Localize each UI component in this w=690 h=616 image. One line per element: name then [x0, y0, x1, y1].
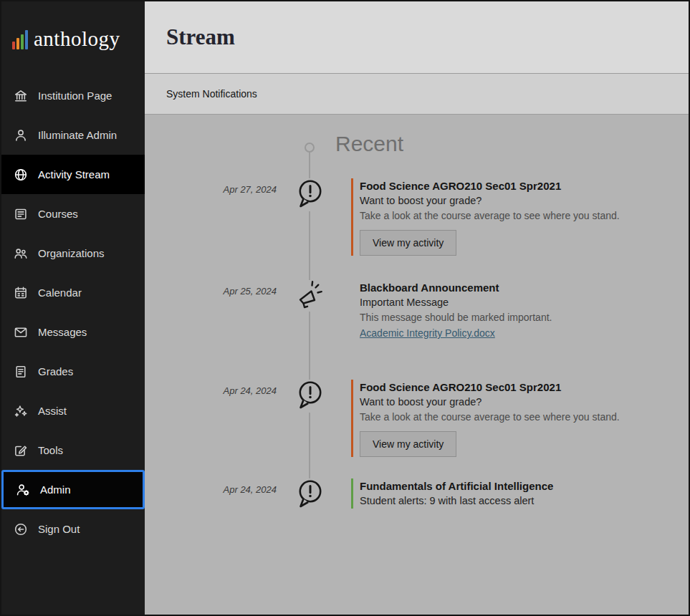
stream-item-title: Food Science AGRO210 Sec01 Spr2021 — [360, 178, 660, 193]
sidebar-item-assist[interactable]: Assist — [1, 391, 145, 430]
stream-item-card: Food Science AGRO210 Sec01 Spr2021 Want … — [351, 178, 660, 256]
sidebar-item-grades[interactable]: Grades — [1, 352, 145, 391]
assist-icon — [14, 404, 28, 418]
stream-item-title: Fundamentals of Artificial Intelligence — [360, 478, 660, 494]
stream-item-text: This message should be marked important. — [360, 310, 660, 325]
sidebar-item-label: Illuminate Admin — [38, 129, 117, 141]
sidebar: anthology Institution Page Illuminate Ad… — [1, 1, 145, 615]
stream-item-title: Blackboard Announcement — [360, 280, 660, 295]
sidebar-item-label: Assist — [38, 405, 67, 417]
sidebar-item-admin[interactable]: Admin — [1, 470, 145, 509]
alert-bubble-icon — [285, 478, 334, 511]
stream-item-date: Apr 24, 2024 — [145, 380, 285, 457]
announcement-icon — [285, 280, 334, 340]
stream-item: Apr 24, 2024 Fundamentals of Artificial … — [145, 478, 689, 511]
tools-icon — [14, 443, 28, 458]
alert-bubble-icon — [285, 380, 334, 457]
organizations-icon — [14, 246, 28, 261]
anthology-logo-text: anthology — [34, 27, 120, 51]
sidebar-item-label: Sign Out — [38, 523, 80, 535]
timeline-start-dot — [305, 143, 315, 153]
institution-icon — [14, 89, 28, 103]
anthology-logo: anthology — [1, 1, 145, 76]
sidebar-item-courses[interactable]: Courses — [1, 194, 145, 234]
sidebar-item-institution-page[interactable]: Institution Page — [1, 76, 145, 115]
app-window: anthology Institution Page Illuminate Ad… — [0, 0, 690, 616]
anthology-logo-icon — [12, 28, 28, 49]
stream-item-title: Food Science AGRO210 Sec01 Spr2021 — [360, 380, 660, 395]
grades-icon — [14, 365, 28, 379]
sidebar-item-illuminate-admin[interactable]: Illuminate Admin — [1, 115, 145, 155]
stream-item-text: Want to boost your grade? — [360, 193, 660, 208]
person-icon — [14, 128, 28, 143]
stream-item-date: Apr 25, 2024 — [145, 280, 285, 340]
sidebar-item-label: Courses — [38, 208, 78, 220]
globe-icon — [14, 168, 28, 182]
sidebar-item-label: Tools — [38, 444, 63, 456]
sidebar-item-sign-out[interactable]: Sign Out — [1, 509, 145, 549]
page-header: Stream — [145, 1, 689, 74]
stream-item-card: Food Science AGRO210 Sec01 Spr2021 Want … — [351, 380, 660, 457]
sidebar-item-organizations[interactable]: Organizations — [1, 234, 145, 273]
view-my-activity-button[interactable]: View my activity — [360, 431, 456, 457]
sidebar-item-label: Calendar — [38, 287, 82, 299]
sidebar-item-label: Institution Page — [38, 90, 112, 102]
stream-item: Apr 25, 2024 Blackboard Announcement Imp… — [145, 280, 689, 340]
recent-section-title: Recent — [335, 131, 689, 157]
stream-item-body: Food Science AGRO210 Sec01 Spr2021 Want … — [334, 380, 689, 457]
stream-item-card: Blackboard Announcement Important Messag… — [351, 280, 660, 340]
sidebar-item-label: Admin — [40, 483, 71, 496]
sidebar-item-tools[interactable]: Tools — [1, 430, 145, 470]
subnav-bar: System Notifications — [145, 74, 689, 115]
sidebar-item-label: Grades — [38, 365, 73, 377]
stream-item-text: Take a look at the course average to see… — [360, 208, 660, 223]
attachment-link[interactable]: Academic Integrity Policy.docx — [360, 327, 495, 339]
sidebar-item-calendar[interactable]: Calendar — [1, 273, 145, 312]
stream-item-date: Apr 24, 2024 — [145, 478, 285, 511]
stream-item-card: Fundamentals of Artificial Intelligence … — [351, 478, 660, 509]
courses-icon — [14, 207, 28, 221]
stream-item-date: Apr 27, 2024 — [145, 178, 285, 256]
tab-system-notifications[interactable]: System Notifications — [166, 88, 257, 100]
sidebar-item-label: Messages — [38, 326, 87, 338]
stream-item-text: Take a look at the course average to see… — [360, 410, 660, 425]
stream-item-body: Fundamentals of Artificial Intelligence … — [334, 478, 689, 511]
sidebar-item-label: Activity Stream — [38, 168, 110, 181]
stream-item-body: Food Science AGRO210 Sec01 Spr2021 Want … — [334, 178, 689, 256]
stream-item: Apr 27, 2024 Food Science AGRO210 Sec01 … — [145, 178, 689, 256]
stream-item-text: Important Message — [360, 295, 660, 310]
envelope-icon — [14, 325, 28, 340]
view-my-activity-button[interactable]: View my activity — [360, 230, 456, 256]
page-title: Stream — [166, 24, 235, 50]
admin-gear-icon — [16, 483, 30, 497]
sidebar-item-label: Organizations — [38, 247, 105, 259]
stream-item: Apr 24, 2024 Food Science AGRO210 Sec01 … — [145, 380, 689, 457]
calendar-icon — [14, 286, 28, 300]
sidebar-item-messages[interactable]: Messages — [1, 312, 145, 352]
stream-item-text: Want to boost your grade? — [360, 395, 660, 410]
sidebar-item-activity-stream[interactable]: Activity Stream — [1, 155, 145, 194]
stream-item-body: Blackboard Announcement Important Messag… — [334, 280, 689, 340]
stream-content: Recent Apr 27, 2024 Food Science AGRO210… — [145, 115, 689, 615]
alert-bubble-icon — [285, 178, 334, 256]
main-pane: Stream System Notifications Recent Apr 2… — [145, 1, 689, 615]
sign-out-icon — [14, 522, 28, 536]
stream-item-text: Student alerts: 9 with last access alert — [360, 494, 660, 509]
